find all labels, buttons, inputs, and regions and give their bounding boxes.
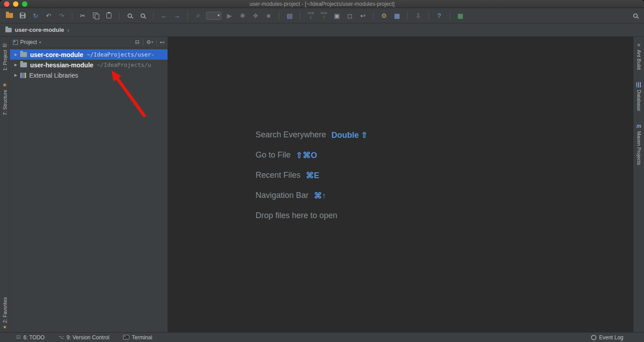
toolbar-separator [450,12,450,20]
tool-button-project[interactable]: ▤1: Project [2,43,8,70]
shortcut-hint: Recent Files⌘E [256,165,368,185]
undo-button[interactable]: ↶ [44,10,53,21]
tree-item-name: user-hessian-module [30,61,93,69]
project-tool-window: Project ▾ ⊟⚙▾↤ ▶user-core-module~/IdeaPr… [10,37,168,332]
history-button[interactable]: ◻ [345,10,355,21]
clipboard-shape [106,13,111,18]
star-icon: ★ [3,325,7,329]
redo-button[interactable]: ↷ [57,10,66,21]
tree-item-path: ~/IdeaProjects/user- [87,51,154,58]
chevron-down-icon: ▾ [217,13,220,18]
left-tool-stripe: ▤1: Project✱7: Structure 2: Favorites★ [0,37,10,332]
magnifier-shape [128,13,132,18]
stop-button[interactable]: ■ [264,10,273,21]
status-label: Terminal [132,334,152,341]
gear-icon[interactable]: ⚙▾ [146,39,153,45]
tree-row[interactable]: ▶user-hessian-module~/IdeaProjects/u [10,60,168,70]
tool-button-label: 7: Structure [2,90,8,115]
library-icon [20,73,26,78]
tool-button-maven-projects[interactable]: mMaven Projects [636,123,642,165]
ide-window: user-modules-project - [~/IdeaProjects/u… [0,0,644,342]
run-button[interactable]: ▶ [225,10,234,21]
forward-button[interactable]: → [172,10,182,21]
shortcut-label: Navigation Bar [256,191,309,200]
shortcut-hint: Navigation Bar⌘↑ [256,185,368,206]
revert-button[interactable]: ↩ [358,10,368,21]
synchronize-button[interactable]: ↻ [31,10,40,21]
tree-item-name: External Libraries [29,72,78,79]
toolbar-separator [279,12,279,20]
expand-arrow-icon[interactable]: ▶ [13,53,19,57]
version-control-button[interactable]: ⌥9: Version Control [58,334,109,341]
project-tab-icon [13,40,18,45]
event-log-button[interactable]: Event Log [591,334,623,341]
database-icon [636,82,641,88]
compare-button[interactable]: ▣ [332,10,342,21]
open-button[interactable] [4,10,14,21]
coverage-button[interactable]: ✺ [238,10,247,21]
toolbar-separator [72,12,72,20]
vcs-commit-button[interactable]: VCS↑ [319,10,329,21]
magnifier-shape [633,13,638,18]
panel-header-actions: ⊟⚙▾↤ [135,39,164,45]
settings-button[interactable]: ⚙ [379,10,389,21]
tool-button-favorites[interactable]: 2: Favorites★ [2,297,8,329]
toolbar-separator [300,12,300,20]
replace-button[interactable] [138,10,148,21]
navigation-bar: user-core-module › [0,23,644,37]
vcs-arrow-icon: ↓ [309,14,312,19]
copy-button[interactable] [91,10,101,21]
status-right: Event Log [591,334,623,341]
right-tool-stripe: ✳Ant BuildDatabasemMaven Projects [633,37,644,332]
expand-arrow-icon[interactable]: ▶ [13,73,19,77]
shortcut-label: Search Everywhere [256,130,326,140]
toolbar-separator [187,12,188,20]
help-button[interactable]: ? [434,10,444,21]
left-stripe-bottom: 2: Favorites★ [2,297,8,329]
project-structure-button[interactable]: ▦ [392,10,402,21]
separator [156,39,157,45]
paste-button[interactable] [104,10,114,21]
shortcut-keys: ⌘↑ [314,191,326,201]
tree-row[interactable]: ▶External Libraries [10,70,168,80]
cut-button[interactable]: ✂ [78,10,88,21]
vcs-update-button[interactable]: VCS↓ [306,10,316,21]
toolbar-separator [373,12,374,20]
editor-area[interactable]: Search EverywhereDouble ⇧Go to File⇧⌘ORe… [168,37,633,332]
hide-panel-icon[interactable]: ↤ [160,39,164,45]
status-bar: ☑6: TODO⌥9: Version ControlTerminal Even… [0,332,644,342]
titlebar: user-modules-project - [~/IdeaProjects/u… [0,0,644,8]
plugin-button[interactable]: ▦ [455,10,465,21]
project-panel-header: Project ▾ ⊟⚙▾↤ [10,37,168,48]
tool-button-database[interactable]: Database [636,82,642,111]
save-all-button[interactable] [18,10,27,21]
terminal-icon [123,335,129,340]
tool-button-label: Maven Projects [636,131,642,165]
back-button[interactable]: ← [159,10,169,21]
expand-arrow-icon[interactable]: ▶ [13,63,19,67]
profile-button[interactable]: ❖ [251,10,260,21]
download-button[interactable]: ⇩ [413,10,423,21]
chevron-down-icon[interactable]: ▾ [39,40,41,44]
tree-row[interactable]: ▶user-core-module~/IdeaProjects/user- [10,49,168,60]
module-folder-icon [5,28,12,32]
collapse-all-icon[interactable]: ⊟ [135,39,140,45]
floppy-shape [20,13,26,18]
shortcut-label: Go to File [256,150,291,160]
search-icon[interactable] [631,10,640,21]
sort-button[interactable]: ↓↑ [193,10,203,21]
separator [143,39,143,45]
panel-title[interactable]: Project [20,39,37,45]
find-button[interactable] [125,10,135,21]
page-button[interactable]: ▤ [285,10,295,21]
run-config-combo[interactable]: ▾ [206,10,221,21]
tool-button-ant-build[interactable]: ✳Ant Build [636,43,642,70]
event-log-icon [591,335,596,340]
shortcut-hint: Search EverywhereDouble ⇧ [256,125,368,145]
tool-button-structure[interactable]: ✱7: Structure [2,83,8,115]
terminal-button[interactable]: Terminal [123,334,152,341]
status-label: 6: TODO [23,334,45,341]
todo-button[interactable]: ☑6: TODO [16,334,44,341]
breadcrumb-item[interactable]: user-core-module [15,26,64,33]
toolbar-separator [407,12,408,20]
